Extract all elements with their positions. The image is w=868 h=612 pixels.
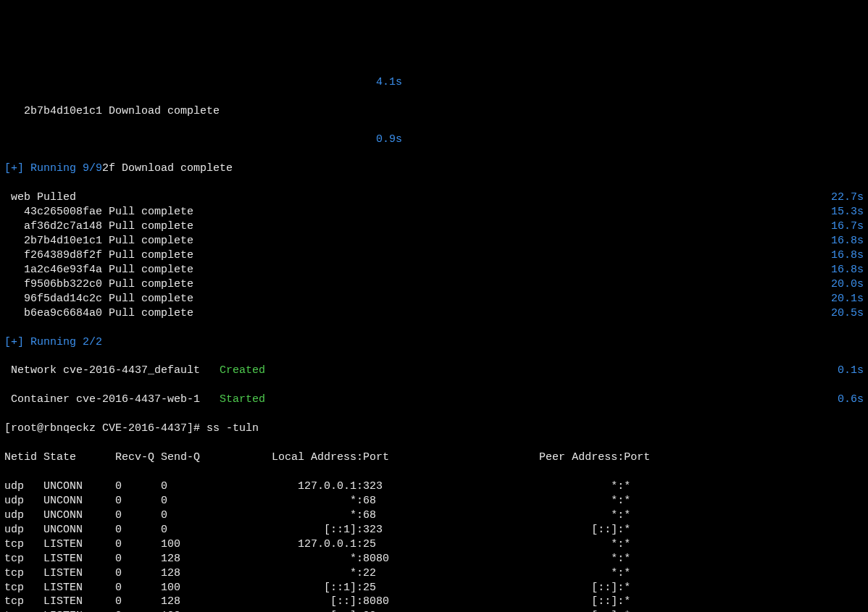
timing-line: 0.9s	[4, 133, 864, 147]
download-line: 2b7b4d10e1c1 Download complete	[4, 104, 864, 119]
ss-row: tcp LISTEN 0 128 *:8080 *:*	[4, 552, 864, 566]
pull-complete-line: f9506bb322c0 Pull complete20.0s	[4, 277, 864, 292]
ss-row: tcp LISTEN 0 100 127.0.0.1:25 *:*	[4, 537, 864, 552]
ss-row: tcp LISTEN 0 128 *:22 *:*	[4, 566, 864, 581]
terminal-output[interactable]: 4.1s 2b7b4d10e1c1 Download complete 0.9s…	[4, 61, 864, 612]
running-header: [+] Running 9/92f Download complete	[4, 162, 864, 176]
ss-row: tcp LISTEN 0 128 [::]:22 [::]:*	[4, 609, 864, 612]
container-started-line: Container cve-2016-4437-web-1 Started0.6…	[4, 393, 864, 407]
pull-complete-line: 1a2c46e93f4a Pull complete16.8s	[4, 263, 864, 277]
ss-row: udp UNCONN 0 0 127.0.0.1:323 *:*	[4, 479, 864, 494]
ss-row: udp UNCONN 0 0 *:68 *:*	[4, 494, 864, 508]
pull-complete-line: b6ea9c6684a0 Pull complete20.5s	[4, 306, 864, 321]
ss-row: udp UNCONN 0 0 *:68 *:*	[4, 508, 864, 523]
running-header: [+] Running 2/2	[4, 335, 864, 350]
ss-row: tcp LISTEN 0 100 [::1]:25 [::]:*	[4, 581, 864, 595]
ss-row: tcp LISTEN 0 128 [::]:8080 [::]:*	[4, 595, 864, 609]
network-created-line: Network cve-2016-4437_default Created0.1…	[4, 364, 864, 378]
pull-complete-line: af36d2c7a148 Pull complete16.7s	[4, 219, 864, 234]
ss-row: udp UNCONN 0 0 [::1]:323 [::]:*	[4, 523, 864, 537]
pull-complete-line: web Pulled22.7s	[4, 190, 864, 205]
pull-complete-line: 96f5dad14c2c Pull complete20.1s	[4, 292, 864, 306]
pull-complete-line: 43c265008fae Pull complete15.3s	[4, 205, 864, 219]
ss-header: Netid State Recv-Q Send-Q Local Address:…	[4, 450, 864, 465]
prompt-line: [root@rbnqeckz CVE-2016-4437]# ss -tuln	[4, 422, 864, 436]
pull-complete-line: f264389d8f2f Pull complete16.8s	[4, 248, 864, 263]
timing-line: 4.1s	[4, 75, 864, 90]
pull-complete-line: 2b7b4d10e1c1 Pull complete16.8s	[4, 234, 864, 248]
